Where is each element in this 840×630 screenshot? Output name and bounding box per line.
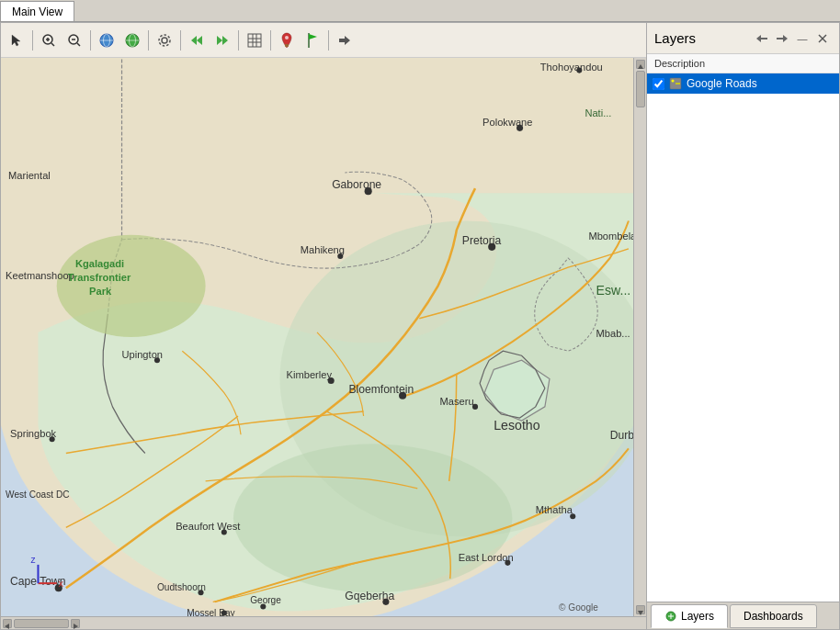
svg-marker-87 xyxy=(638,64,643,69)
svg-marker-0 xyxy=(12,35,20,46)
svg-text:Mariental: Mariental xyxy=(8,170,51,181)
globe-green-button[interactable] xyxy=(120,28,144,52)
dashboards-tab-label: Dashboards xyxy=(744,610,803,623)
svg-marker-19 xyxy=(222,36,228,45)
svg-text:Lesotho: Lesotho xyxy=(494,418,540,433)
svg-text:Upington: Upington xyxy=(122,349,163,360)
toolbar-separator-2 xyxy=(90,30,91,51)
svg-marker-90 xyxy=(74,624,78,629)
arrow-button[interactable] xyxy=(333,28,357,52)
layers-tab-label: Layers xyxy=(681,610,714,623)
layers-minimize-button[interactable]: — xyxy=(793,29,812,48)
dashboards-tab[interactable]: Dashboards xyxy=(730,604,817,628)
svg-point-32 xyxy=(233,444,513,592)
toolbar-separator-6 xyxy=(270,30,271,51)
main-layout: Thohoyandou Gaborone Polokwane Pretoria xyxy=(0,22,840,630)
vscroll-up-arrow[interactable] xyxy=(636,60,645,69)
flag-button[interactable] xyxy=(301,28,324,52)
forward-arrows-button[interactable] xyxy=(210,28,234,52)
layers-pin-left-button[interactable] xyxy=(753,29,771,48)
layer-checkbox-google-roads[interactable] xyxy=(653,78,664,90)
svg-text:Park: Park xyxy=(89,286,112,297)
svg-text:x: x xyxy=(59,579,63,589)
vscroll-down-arrow[interactable] xyxy=(636,605,645,614)
svg-line-7 xyxy=(77,43,80,46)
layers-tab[interactable]: Layers xyxy=(651,604,728,628)
layer-icon-google-roads xyxy=(668,76,683,91)
svg-marker-18 xyxy=(217,36,222,45)
hscroll-left-arrow[interactable] xyxy=(3,619,12,628)
toolbar-separator-4 xyxy=(180,30,181,51)
svg-point-14 xyxy=(162,38,167,43)
layers-pin-right-button[interactable] xyxy=(773,29,791,48)
svg-text:East Lordon: East Lordon xyxy=(459,552,514,563)
layer-item-google-roads[interactable]: Google Roads xyxy=(647,73,839,94)
zoom-out-button[interactable] xyxy=(62,28,86,52)
marker-button[interactable] xyxy=(275,28,299,52)
layers-close-button[interactable] xyxy=(813,29,832,48)
svg-text:Bloemfontein: Bloemfontein xyxy=(348,383,414,396)
svg-text:George: George xyxy=(250,595,281,605)
back-arrows-button[interactable] xyxy=(185,28,209,52)
svg-text:Springbok: Springbok xyxy=(10,428,56,439)
svg-text:Mossel Bay: Mossel Bay xyxy=(187,608,235,616)
app-container: Main View xyxy=(0,0,840,630)
main-view-tab[interactable]: Main View xyxy=(0,1,74,21)
svg-text:Esw...: Esw... xyxy=(596,283,631,298)
svg-text:Mbab...: Mbab... xyxy=(596,328,630,339)
zoom-in-button[interactable] xyxy=(37,28,61,52)
svg-text:Nati...: Nati... xyxy=(585,107,611,118)
map-vertical-scrollbar[interactable] xyxy=(633,58,646,616)
layers-list: Google Roads xyxy=(647,73,839,338)
svg-marker-89 xyxy=(5,624,9,629)
svg-marker-28 xyxy=(309,34,317,39)
layer-label-google-roads: Google Roads xyxy=(687,77,834,90)
toolbar-separator-7 xyxy=(328,30,329,51)
svg-line-4 xyxy=(51,43,54,46)
layers-panel: Layers — xyxy=(647,22,840,630)
svg-text:Kgalagadi: Kgalagadi xyxy=(75,258,124,269)
svg-marker-16 xyxy=(191,36,197,45)
hscroll-right-arrow[interactable] xyxy=(71,619,80,628)
vscroll-thumb[interactable] xyxy=(636,71,645,107)
select-tool-button[interactable] xyxy=(5,28,28,52)
svg-text:Pretoria: Pretoria xyxy=(462,234,502,247)
svg-text:Beaufort West: Beaufort West xyxy=(176,521,240,532)
svg-rect-20 xyxy=(248,34,261,47)
svg-text:Mahikeng: Mahikeng xyxy=(301,244,345,255)
toolbar xyxy=(1,23,646,58)
map-row: Thohoyandou Gaborone Polokwane Pretoria xyxy=(1,58,646,616)
map-content[interactable]: Thohoyandou Gaborone Polokwane Pretoria xyxy=(1,58,633,616)
map-horizontal-scrollbar[interactable] xyxy=(1,616,646,629)
svg-text:West Coast DC: West Coast DC xyxy=(6,489,69,500)
globe-blue-button[interactable] xyxy=(95,28,119,52)
svg-text:Mthatha: Mthatha xyxy=(536,504,573,515)
svg-text:Gaborone: Gaborone xyxy=(332,178,381,191)
svg-text:Thohoyandou: Thohoyandou xyxy=(540,62,603,73)
layers-spacer xyxy=(647,338,839,602)
layers-bottom-tabs: Layers Dashboards xyxy=(647,602,839,629)
svg-text:Keetmanshoop: Keetmanshoop xyxy=(6,270,74,281)
svg-text:Transfrontier: Transfrontier xyxy=(68,272,131,283)
hscroll-thumb[interactable] xyxy=(14,619,69,628)
main-view-tab-label: Main View xyxy=(12,6,62,18)
svg-rect-26 xyxy=(285,44,289,47)
svg-text:Oudtshoorn: Oudtshoorn xyxy=(157,582,206,592)
svg-marker-17 xyxy=(197,36,202,45)
toolbar-separator-1 xyxy=(32,30,33,51)
layers-description-label: Description xyxy=(647,54,839,73)
svg-text:Gqeberha: Gqeberha xyxy=(345,590,394,602)
tab-bar: Main View xyxy=(0,0,840,22)
svg-point-96 xyxy=(672,80,675,83)
layers-header-buttons: — xyxy=(753,29,832,48)
svg-text:Maseru: Maseru xyxy=(440,396,474,407)
settings-button[interactable] xyxy=(153,28,176,52)
svg-marker-29 xyxy=(339,36,350,45)
svg-point-25 xyxy=(285,36,289,39)
grid-button[interactable] xyxy=(243,28,267,52)
toolbar-separator-3 xyxy=(148,30,149,51)
toolbar-separator-5 xyxy=(238,30,239,51)
map-svg: Thohoyandou Gaborone Polokwane Pretoria xyxy=(1,58,633,616)
svg-marker-91 xyxy=(756,35,767,42)
svg-text:© Google: © Google xyxy=(559,602,598,613)
